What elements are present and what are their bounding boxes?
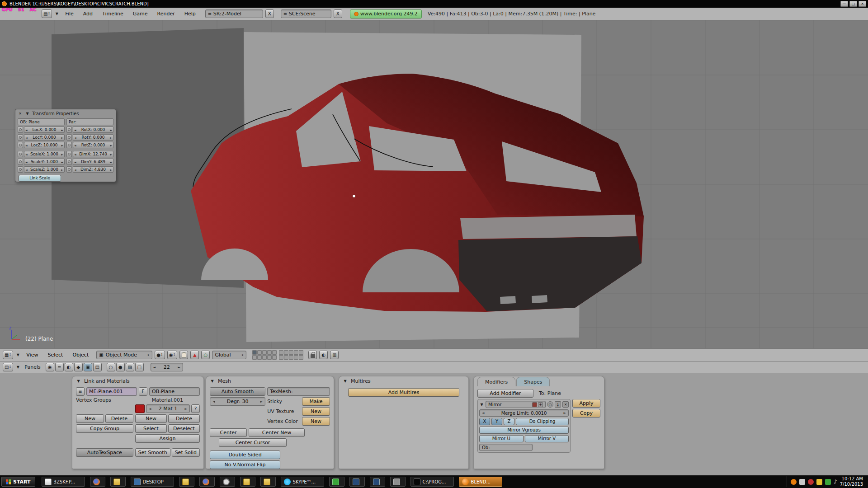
locy-field[interactable]: ◄LocY: 0.000► bbox=[24, 134, 65, 141]
taskbar-item-folder[interactable] bbox=[179, 477, 194, 487]
editor-type-icon[interactable]: ▤↕ bbox=[3, 363, 13, 371]
mirror-axis-x-toggle[interactable]: X bbox=[479, 418, 490, 425]
context-object-icon[interactable]: ◆ bbox=[74, 363, 83, 371]
decrement-arrow[interactable]: ◄ bbox=[153, 366, 156, 369]
decrement-arrow[interactable]: ◄ bbox=[74, 153, 76, 156]
roty-field[interactable]: ◄RotY: 0.000► bbox=[73, 134, 113, 141]
header-collapse-icon[interactable]: ▼ bbox=[15, 365, 20, 370]
tray-red-status-icon[interactable] bbox=[808, 479, 814, 485]
datablock-menu-icon[interactable]: ≡ bbox=[76, 387, 85, 396]
layer-toggle[interactable] bbox=[272, 355, 277, 360]
lock-icon[interactable] bbox=[18, 166, 23, 173]
decrement-arrow[interactable]: ◄ bbox=[25, 128, 28, 131]
tray-yellow-status-icon[interactable] bbox=[816, 479, 822, 485]
menu-help[interactable]: Help bbox=[181, 10, 199, 18]
taskbar-item-skype[interactable]: SKYPE™... bbox=[281, 477, 324, 487]
fake-user-button[interactable]: F bbox=[139, 387, 147, 396]
tray-clock[interactable]: 10:12 AM 7/10/2013 bbox=[840, 476, 863, 487]
decrement-arrow[interactable]: ◄ bbox=[74, 136, 76, 139]
add-modifier-button[interactable]: Add Modifier bbox=[477, 389, 533, 398]
scene-selector[interactable]: ≡ SCE:Scene bbox=[281, 9, 331, 18]
modifier-copy-button[interactable]: Copy bbox=[572, 409, 600, 418]
menu-select[interactable]: Select bbox=[44, 351, 66, 359]
header-collapse-icon[interactable]: ▼ bbox=[15, 352, 20, 357]
layer-toggle[interactable] bbox=[279, 350, 283, 355]
merge-limit-field[interactable]: ◄ Merge Limit: 0.0010 ► bbox=[479, 409, 569, 417]
mirror-axis-y-toggle[interactable]: Y bbox=[491, 418, 502, 425]
auto-smooth-button[interactable]: Auto Smooth bbox=[210, 387, 265, 396]
material-index-field[interactable]: ◄ 2 Mat 1 ► bbox=[146, 404, 190, 413]
layer-toggle[interactable] bbox=[294, 350, 298, 355]
menu-timeline[interactable]: Timeline bbox=[99, 10, 127, 18]
double-sided-toggle[interactable]: Double Sided bbox=[210, 450, 280, 459]
menu-render[interactable]: Render bbox=[154, 10, 179, 18]
link-scale-button[interactable]: Link Scale bbox=[19, 175, 61, 182]
layer-toggle[interactable] bbox=[294, 355, 298, 360]
mesh-datablock-field[interactable]: ME:Plane.001 bbox=[86, 387, 137, 396]
collapse-arrow-icon[interactable]: ▼ bbox=[76, 379, 81, 384]
center-new-button[interactable]: Center New bbox=[249, 428, 305, 437]
render-preview-icon[interactable]: ▥ bbox=[330, 351, 339, 359]
viewport-canvas[interactable]: z bbox=[0, 20, 868, 348]
panel-close-icon[interactable]: ✕ bbox=[18, 111, 23, 116]
menu-game[interactable]: Game bbox=[129, 10, 151, 18]
increment-arrow[interactable]: ► bbox=[61, 153, 63, 156]
modifier-render-toggle-icon[interactable] bbox=[532, 402, 537, 407]
layer-toggle[interactable] bbox=[279, 355, 283, 360]
taskbar-item-desktop[interactable]: DESKTOP bbox=[131, 477, 174, 487]
taskbar-item-firefox[interactable] bbox=[90, 477, 105, 487]
material-select-button[interactable]: Select bbox=[135, 424, 167, 433]
proportional-edit-icon[interactable]: ◐ bbox=[319, 351, 328, 359]
object-datablock-field[interactable]: OB:Plane bbox=[149, 387, 200, 396]
volume-icon[interactable]: ♪ bbox=[834, 479, 837, 485]
layer-toggle[interactable] bbox=[262, 350, 267, 355]
layer-toggle[interactable] bbox=[289, 355, 293, 360]
decrement-arrow[interactable]: ◄ bbox=[25, 136, 28, 139]
decrement-arrow[interactable]: ◄ bbox=[212, 400, 215, 404]
rotx-field[interactable]: ◄RotX: 0.000► bbox=[73, 127, 113, 133]
vertex-color-new-button[interactable]: New bbox=[302, 417, 330, 426]
decrement-arrow[interactable]: ◄ bbox=[25, 153, 28, 156]
menu-view[interactable]: View bbox=[23, 351, 42, 359]
mode-selector[interactable]: ▣ Object Mode ↕ bbox=[96, 351, 152, 359]
lock-icon[interactable] bbox=[18, 127, 23, 133]
increment-arrow[interactable]: ► bbox=[110, 160, 112, 164]
pivot-selector[interactable]: ◉↕ bbox=[167, 351, 178, 359]
increment-arrow[interactable]: ► bbox=[110, 128, 112, 131]
layer-toggle[interactable] bbox=[284, 355, 288, 360]
decrement-arrow[interactable]: ◄ bbox=[25, 160, 28, 164]
editor-type-icon[interactable]: ▤↕ bbox=[42, 9, 52, 18]
mirror-v-toggle[interactable]: Mirror V bbox=[525, 435, 569, 442]
decrement-arrow[interactable]: ◄ bbox=[74, 128, 76, 131]
orientation-selector[interactable]: Global ↕ bbox=[212, 351, 246, 359]
dimy-field[interactable]: ◄DimY: 6.489► bbox=[73, 159, 113, 165]
taskbar-item-folder[interactable] bbox=[260, 477, 276, 487]
object-center-dot[interactable] bbox=[353, 195, 355, 197]
collapse-arrow-icon[interactable]: ▼ bbox=[210, 379, 215, 384]
increment-arrow[interactable]: ► bbox=[110, 153, 112, 156]
rotz-field[interactable]: ◄RotZ: 0.000► bbox=[73, 142, 113, 148]
taskbar-item-blender[interactable]: BLEND... bbox=[459, 477, 502, 487]
copy-group-button[interactable]: Copy Group bbox=[76, 424, 133, 433]
layer-toggle[interactable] bbox=[252, 355, 257, 360]
subcontext-world-icon[interactable]: □ bbox=[135, 363, 144, 371]
decrement-arrow[interactable]: ◄ bbox=[25, 168, 28, 171]
layer-toggle[interactable] bbox=[262, 355, 267, 360]
context-value-field[interactable]: ◄ 22 ► bbox=[151, 363, 183, 371]
decrement-arrow[interactable]: ◄ bbox=[149, 407, 151, 411]
layer-toggle[interactable] bbox=[252, 350, 257, 355]
scalez-field[interactable]: ◄ScaleZ: 1.000► bbox=[24, 166, 65, 173]
collapse-arrow-icon[interactable]: ▼ bbox=[343, 379, 348, 384]
context-scene-icon[interactable]: ▤ bbox=[93, 363, 102, 371]
minimize-button[interactable]: — bbox=[840, 1, 848, 7]
menu-object[interactable]: Object bbox=[69, 351, 92, 359]
subcontext-lamp-icon[interactable]: ○ bbox=[107, 363, 115, 371]
viewport-3d[interactable]: z (22) Plane ✕ ▼ Transform Properties OB… bbox=[0, 20, 868, 348]
decrement-arrow[interactable]: ◄ bbox=[74, 160, 76, 164]
manipulator-hand-icon[interactable] bbox=[179, 351, 188, 359]
header-collapse-icon[interactable]: ▼ bbox=[54, 11, 59, 16]
layer-toggle[interactable] bbox=[257, 355, 262, 360]
lock-icon[interactable] bbox=[66, 127, 72, 133]
blender-version-link[interactable]: www.blender.org 249.2 bbox=[350, 9, 422, 19]
tab-shapes[interactable]: Shapes bbox=[516, 377, 550, 386]
